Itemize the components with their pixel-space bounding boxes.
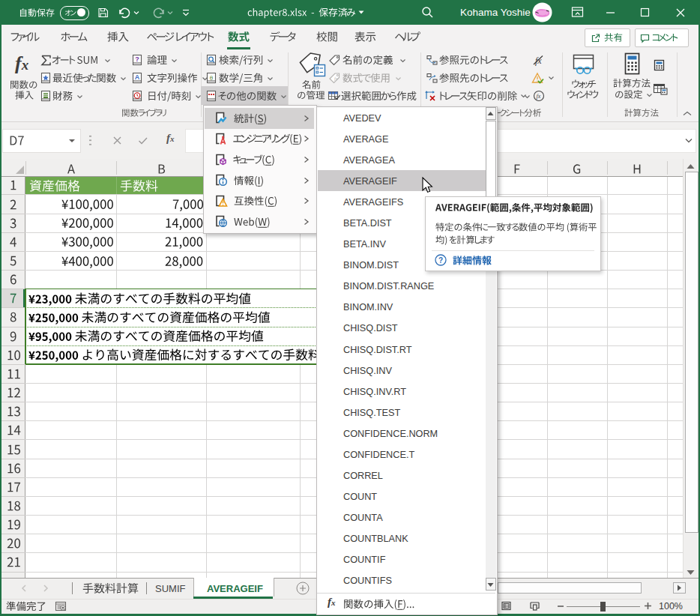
svg-text:?: ? <box>135 55 139 63</box>
svg-text:A: A <box>135 73 140 81</box>
svg-text:θ: θ <box>210 74 213 82</box>
svg-text:fx: fx <box>334 76 338 81</box>
svg-text:?: ? <box>438 256 443 265</box>
svg-text:fx: fx <box>537 93 541 100</box>
svg-text:fx: fx <box>535 55 542 66</box>
